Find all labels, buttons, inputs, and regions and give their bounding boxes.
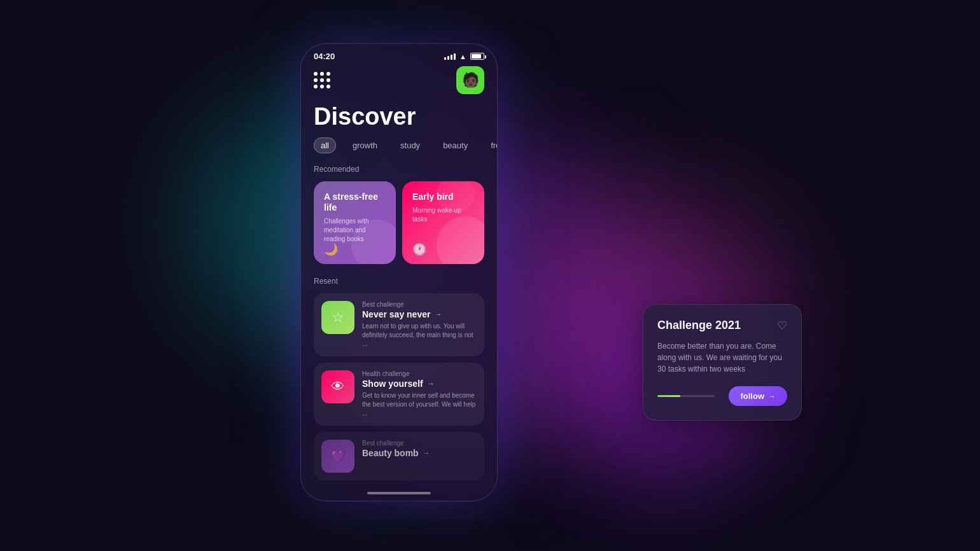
tab-beauty[interactable]: beauty: [437, 138, 474, 153]
card-bird-desc: Morning wake-up tasks: [412, 206, 474, 224]
title-never: Never say never: [362, 309, 430, 319]
page-title: Discover: [314, 104, 484, 129]
arrow-icon: →: [423, 449, 430, 457]
badge-show: Health challenge: [362, 370, 477, 377]
phone-screen: 04:20 ▲: [301, 44, 497, 501]
tab-all[interactable]: all: [314, 137, 336, 153]
badge-never: Best challenge: [362, 301, 477, 308]
recommended-label: Recomended: [314, 165, 484, 174]
wifi-icon: ▲: [459, 53, 466, 60]
title-beauty: Beauty bomb: [362, 448, 419, 458]
moon-icon: 🌙: [324, 242, 338, 256]
status-bar: 04:20 ▲: [301, 44, 497, 66]
phone-content: 🧑🏿 Discover all growth study beauty fres…: [301, 66, 497, 499]
card-stress-title: A stress-free life: [324, 192, 386, 213]
badge-beauty: Best challenge: [362, 440, 477, 447]
progress-bar: [657, 395, 715, 397]
card-stress-free[interactable]: A stress-free life Challenges with medit…: [314, 181, 396, 264]
follow-button[interactable]: follow →: [729, 386, 787, 406]
card-stress-desc: Challenges with meditation and reading b…: [324, 217, 386, 244]
progress-fill: [657, 395, 680, 397]
list-item[interactable]: ☆ Best challenge Never say never → Learn…: [314, 293, 484, 356]
battery-icon: [470, 53, 484, 60]
recent-label: Resent: [314, 277, 484, 286]
list-item[interactable]: 💜 Best challenge Beauty bomb →: [314, 432, 484, 480]
thumb-show: 👁: [321, 370, 354, 403]
desc-show: Get to know your inner self and become t…: [362, 391, 477, 418]
phone-mockup: 04:20 ▲: [300, 43, 498, 501]
bomb-icon: 💜: [331, 449, 345, 463]
challenge-card: Challenge 2021 ♡ Become better than you …: [643, 304, 802, 421]
list-item[interactable]: 👁 Health challenge Show yourself → Get t…: [314, 363, 484, 426]
star-icon: ☆: [332, 309, 344, 326]
clock-icon: 🕐: [412, 242, 426, 256]
tab-fresh[interactable]: fresh: [484, 138, 497, 153]
header-row: 🧑🏿: [314, 66, 484, 94]
challenge-footer: follow →: [657, 386, 787, 406]
status-icons: ▲: [444, 53, 484, 60]
challenge-title: Challenge 2021: [657, 319, 741, 332]
heart-icon[interactable]: ♡: [777, 319, 787, 333]
arrow-icon: →: [427, 379, 435, 388]
arrow-icon: →: [434, 310, 442, 319]
tab-study[interactable]: study: [394, 138, 426, 153]
status-time: 04:20: [314, 52, 335, 61]
card-early-bird[interactable]: Early bird Morning wake-up tasks 🕐: [402, 181, 484, 264]
challenge-card-header: Challenge 2021 ♡: [657, 319, 787, 333]
signal-icon: [444, 53, 456, 60]
menu-icon[interactable]: [314, 72, 330, 88]
follow-arrow-icon: →: [768, 392, 776, 401]
challenge-desc: Become better than you are. Come along w…: [657, 340, 787, 375]
thumb-beauty: 💜: [321, 440, 354, 473]
tab-growth[interactable]: growth: [346, 138, 384, 153]
recommended-cards: A stress-free life Challenges with medit…: [314, 181, 484, 264]
avatar[interactable]: 🧑🏿: [456, 66, 484, 94]
eye-icon: 👁: [331, 379, 345, 395]
desc-never: Learn not to give up with us. You will d…: [362, 322, 477, 349]
home-indicator: [367, 492, 431, 494]
filter-tabs: all growth study beauty fresh: [314, 137, 484, 153]
thumb-never: ☆: [321, 301, 354, 334]
title-show: Show yourself: [362, 379, 423, 389]
card-bird-title: Early bird: [412, 192, 474, 202]
